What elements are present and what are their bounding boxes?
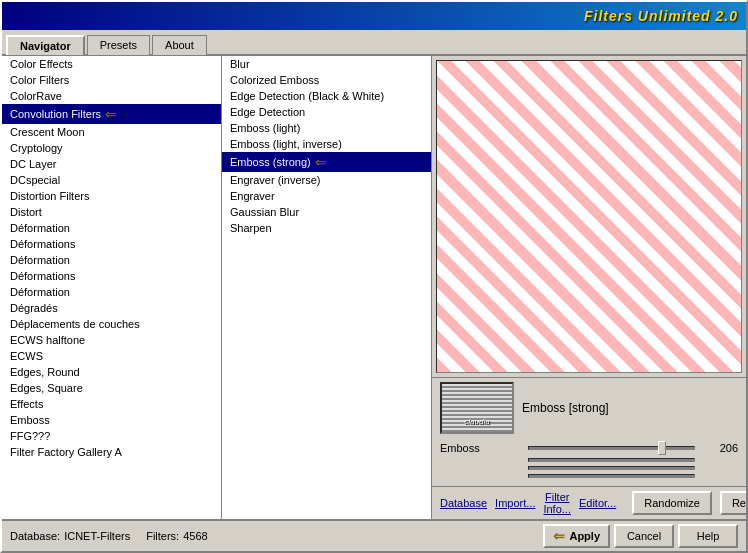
nav-item-effects[interactable]: Effects [2,396,221,412]
main-window: Filters Unlimited 2.0 Navigator Presets … [0,0,748,553]
slider-row-empty3 [440,474,738,478]
filter-emboss-light[interactable]: Emboss (light) [222,120,431,136]
nav-item-deformations1[interactable]: Déformations [2,236,221,252]
filter-sharpen[interactable]: Sharpen [222,220,431,236]
nav-item-emboss[interactable]: Emboss [2,412,221,428]
nav-item-ecws-halftone[interactable]: ECWS halftone [2,332,221,348]
apply-button[interactable]: ⇐ Apply [543,524,610,548]
emboss-strong-arrow-icon: ⇐ [315,154,327,170]
slider-track-empty3 [528,474,695,478]
left-panel: Color Effects Color Filters ColorRave Co… [2,56,222,519]
status-bar: Database: ICNET-Filters Filters: 4568 ⇐ … [2,519,746,551]
preview-area [436,60,742,373]
nav-item-edges-square[interactable]: Edges, Square [2,380,221,396]
filter-name-display: Emboss [strong] [522,401,738,415]
nav-item-degrades[interactable]: Dégradés [2,300,221,316]
slider-track-empty1 [528,458,695,462]
slider-label-emboss: Emboss [440,442,520,454]
slider-track-emboss[interactable] [528,446,695,450]
database-button[interactable]: Database [440,497,487,509]
nav-item-dcspecial[interactable]: DCspecial [2,172,221,188]
sliders-area: Emboss 206 [432,438,746,486]
filter-engraver[interactable]: Engraver [222,188,431,204]
nav-item-color-effects[interactable]: Color Effects [2,56,221,72]
slider-row-empty2 [440,466,738,470]
slider-row-empty1 [440,458,738,462]
cancel-button[interactable]: Cancel [614,524,674,548]
filter-engraver-inverse[interactable]: Engraver (inverse) [222,172,431,188]
title-bar: Filters Unlimited 2.0 [2,2,746,30]
nav-item-deformations2[interactable]: Déformations [2,268,221,284]
nav-item-color-filters[interactable]: Color Filters [2,72,221,88]
nav-item-cryptology[interactable]: Cryptology [2,140,221,156]
filter-info-button[interactable]: Filter Info... [543,491,571,515]
slider-track-empty2 [528,466,695,470]
nav-item-dc-layer[interactable]: DC Layer [2,156,221,172]
filter-blur[interactable]: Blur [222,56,431,72]
database-value: ICNET-Filters [64,530,130,542]
tab-about[interactable]: About [152,35,207,55]
slider-thumb-emboss[interactable] [658,441,666,455]
nav-item-distortion[interactable]: Distortion Filters [2,188,221,204]
randomize-button[interactable]: Randomize [632,491,712,515]
right-panel: Emboss [strong] Emboss 206 [432,56,746,519]
reset-button[interactable]: Reset [720,491,746,515]
nav-item-ffg[interactable]: FFG??? [2,428,221,444]
tab-presets[interactable]: Presets [87,35,150,55]
content-area: Color Effects Color Filters ColorRave Co… [2,56,746,519]
editor-button[interactable]: Editor... [579,497,616,509]
tab-navigator[interactable]: Navigator [6,35,85,55]
nav-item-deformation3[interactable]: Déformation [2,284,221,300]
slider-row-emboss: Emboss 206 [440,442,738,454]
title-text: Filters Unlimited 2.0 [584,8,738,24]
bottom-toolbar: Database Import... Filter Info... Editor… [432,486,746,519]
nav-item-edges-round[interactable]: Edges, Round [2,364,221,380]
apply-arrow-icon: ⇐ [553,528,565,544]
filter-thumbnail [440,382,514,434]
slider-value-emboss: 206 [703,442,738,454]
database-label: Database: [10,530,60,542]
filter-edge-detection-bw[interactable]: Edge Detection (Black & White) [222,88,431,104]
nav-item-deformation1[interactable]: Déformation [2,220,221,236]
tab-bar: Navigator Presets About [2,30,746,56]
filter-edge-detection[interactable]: Edge Detection [222,104,431,120]
nav-item-crescent[interactable]: Crescent Moon [2,124,221,140]
filters-label: Filters: [146,530,179,542]
nav-item-ecws[interactable]: ECWS [2,348,221,364]
filters-value: 4568 [183,530,207,542]
nav-item-distort[interactable]: Distort [2,204,221,220]
convolution-arrow-icon: ⇐ [105,106,117,122]
filter-colorized-emboss[interactable]: Colorized Emboss [222,72,431,88]
filter-gaussian-blur[interactable]: Gaussian Blur [222,204,431,220]
nav-item-convolution[interactable]: Convolution Filters ⇐ [2,104,221,124]
filter-info-row: Emboss [strong] [432,377,746,438]
nav-list: Color Effects Color Filters ColorRave Co… [2,56,221,519]
filter-emboss-light-inverse[interactable]: Emboss (light, inverse) [222,136,431,152]
nav-item-filter-factory-a[interactable]: Filter Factory Gallery A [2,444,221,460]
filter-list: Blur Colorized Emboss Edge Detection (Bl… [222,56,432,519]
help-button[interactable]: Help [678,524,738,548]
nav-item-deformation2[interactable]: Déformation [2,252,221,268]
filter-emboss-strong[interactable]: Emboss (strong) ⇐ [222,152,431,172]
import-button[interactable]: Import... [495,497,535,509]
nav-item-colorrave[interactable]: ColorRave [2,88,221,104]
nav-item-deplacements[interactable]: Déplacements de couches [2,316,221,332]
